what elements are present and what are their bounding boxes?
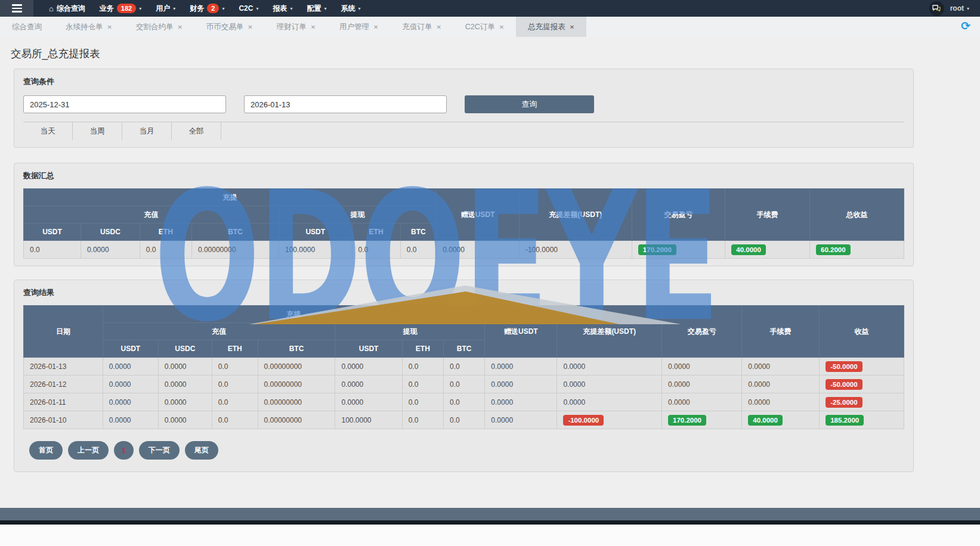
nav-label: C2C [239, 4, 253, 13]
nav-item-c2c[interactable]: C2C ▾ [239, 4, 258, 13]
header-recharge-withdraw: 充提 [103, 306, 485, 323]
header-coin: BTC [444, 340, 485, 358]
close-icon[interactable]: ✕ [248, 24, 252, 30]
header-coin: USDC [158, 340, 212, 358]
footer-bar [0, 508, 980, 520]
page-prev-button[interactable]: 上一页 [68, 441, 109, 460]
tab-delivery-contracts[interactable]: 交割合约单 ✕ [124, 17, 194, 37]
table-row: 2026-01-12 0.0000 0.0000 0.0 0.00000000 … [24, 376, 904, 393]
navbar-right: root ▾ [929, 1, 969, 16]
diff-badge: -100.0000 [563, 415, 604, 426]
cell-income: -25.0000 [820, 393, 904, 411]
app-window: ⌂ 综合查询 业务 182 ▾ 用户 ▾ 财务 2 ▾ C2C ▾ [0, 0, 980, 546]
header-trade-pnl: 交易盈亏 [632, 189, 725, 241]
chevron-down-icon: ▾ [173, 6, 175, 11]
header-coin: USDT [24, 224, 81, 241]
query-row: 查询 [23, 95, 904, 113]
chevron-down-icon: ▾ [256, 6, 258, 11]
income-badge: -50.0000 [826, 379, 862, 390]
nav-item-config[interactable]: 配置 ▾ [307, 4, 326, 14]
tab-perpetual-positions[interactable]: 永续持仓单 ✕ [54, 17, 124, 37]
summary-panel-title: 数据汇总 [23, 170, 904, 181]
table-row: 2026-01-13 0.0000 0.0000 0.0 0.00000000 … [24, 358, 904, 376]
close-icon[interactable]: ✕ [311, 24, 316, 30]
header-recharge: 充值 [103, 323, 335, 340]
cell-fee: 40.0000 [725, 241, 810, 259]
cell-date: 2026-01-12 [24, 376, 103, 393]
chat-button[interactable] [929, 1, 944, 16]
tab-overview[interactable]: 综合查询 [0, 17, 54, 37]
close-icon[interactable]: ✕ [107, 24, 112, 30]
close-icon[interactable]: ✕ [177, 24, 182, 30]
tab-total-report[interactable]: 总充提报表 ✕ [516, 17, 586, 37]
cell-income: -50.0000 [820, 358, 904, 376]
cell-date: 2026-01-10 [24, 411, 103, 429]
header-coin: USDT [279, 224, 353, 241]
page-last-button[interactable]: 尾页 [185, 441, 218, 460]
page-next-button[interactable]: 下一页 [139, 441, 180, 460]
close-icon[interactable]: ✕ [436, 24, 441, 30]
close-icon[interactable]: ✕ [499, 24, 504, 30]
header-coin: ETH [140, 224, 191, 241]
header-income: 收益 [820, 306, 904, 358]
header-gift-usdt: 赠送USDT [437, 189, 520, 241]
pagination: 首页 上一页 1 下一页 尾页 [29, 441, 904, 460]
quick-filter-all[interactable]: 全部 [172, 122, 221, 140]
table-row: 2026-01-10 0.0000 0.0000 0.0 0.00000000 … [24, 411, 904, 429]
date-from-input[interactable] [23, 95, 226, 113]
page-first-button[interactable]: 首页 [29, 441, 63, 460]
tab-deposit-orders[interactable]: 充值订单 ✕ [390, 17, 453, 37]
header-diff-usdt: 充提差额(USDT) [519, 189, 632, 241]
cell-diff: -100.0000 [557, 411, 662, 429]
hamburger-icon [12, 4, 22, 6]
pnl-badge: 170.2000 [668, 415, 706, 426]
nav-item-users[interactable]: 用户 ▾ [156, 4, 175, 14]
close-icon[interactable]: ✕ [570, 24, 574, 30]
user-menu[interactable]: root ▾ [950, 4, 969, 13]
income-badge: -50.0000 [826, 361, 862, 372]
cell-income: 185.2000 [820, 411, 904, 429]
nav-item-finance[interactable]: 财务 2 ▾ [190, 4, 224, 14]
footer-white-area [0, 525, 980, 546]
header-recharge-withdraw: 充提 [24, 189, 437, 206]
cell-total-income: 60.2000 [810, 241, 904, 259]
header-recharge: 充值 [24, 206, 279, 224]
refresh-icon[interactable]: ⟳ [961, 20, 970, 33]
page-current-button[interactable]: 1 [114, 441, 134, 460]
query-panel-title: 查询条件 [23, 76, 904, 87]
date-to-input[interactable] [244, 95, 447, 113]
nav-item-overview[interactable]: ⌂ 综合查询 [49, 4, 85, 14]
user-name: root [950, 4, 964, 13]
results-table: 日期 充提 赠送USDT 充提差额(USDT) 交易盈亏 手续费 收益 充值 提… [23, 305, 904, 429]
cell-fee: 40.0000 [742, 411, 820, 429]
home-icon: ⌂ [49, 5, 54, 13]
tab-user-management[interactable]: 用户管理 ✕ [327, 17, 390, 37]
footer-dark-strip [0, 520, 980, 525]
chevron-down-icon: ▾ [324, 6, 326, 11]
quick-filter-today[interactable]: 当天 [23, 122, 73, 140]
fee-badge: 40.0000 [731, 244, 766, 255]
quick-filter-week[interactable]: 当周 [73, 122, 122, 140]
chevron-down-icon: ▾ [290, 6, 292, 11]
quick-filter-month[interactable]: 当月 [122, 122, 172, 140]
tab-spot-trades[interactable]: 币币交易单 ✕ [194, 17, 265, 37]
header-coin: BTC [191, 224, 279, 241]
tab-c2c-orders[interactable]: C2C订单 ✕ [453, 17, 516, 37]
chevron-down-icon: ▾ [967, 6, 969, 11]
nav-item-business[interactable]: 业务 182 ▾ [100, 4, 141, 14]
cell-recharge-btc: 0.00000000 [191, 241, 279, 259]
hamburger-button[interactable] [0, 0, 33, 17]
tab-wealth-orders[interactable]: 理财订单 ✕ [265, 17, 327, 37]
nav-label: 业务 [100, 4, 114, 14]
nav-item-system[interactable]: 系统 ▾ [341, 4, 360, 14]
search-button[interactable]: 查询 [465, 95, 594, 113]
close-icon[interactable]: ✕ [373, 24, 378, 30]
nav-item-reports[interactable]: 报表 ▾ [273, 4, 292, 14]
income-badge: -25.0000 [826, 397, 862, 408]
header-coin: BTC [258, 340, 335, 358]
cell-pnl: 170.2000 [662, 411, 742, 429]
cell-gift-usdt: 0.0000 [437, 241, 520, 259]
header-fee: 手续费 [742, 306, 820, 358]
header-coin: USDT [103, 340, 158, 358]
nav-label: 财务 [190, 4, 204, 14]
